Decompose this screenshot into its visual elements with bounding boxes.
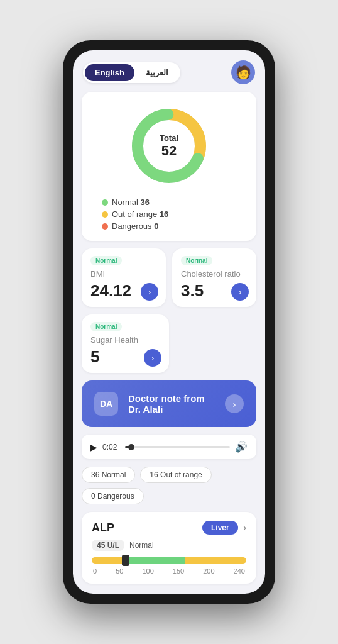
stats-row: Normal BMI 24.12 › Normal Cholesterol ra… [82,248,256,307]
english-button[interactable]: English [85,64,134,81]
progress-dot [128,444,134,450]
bmi-label: BMI [90,269,157,279]
cholesterol-badge: Normal [181,256,212,265]
donut-card: Total 52 Normal 36 Out of range 16 [82,92,256,241]
volume-icon[interactable]: 🔊 [235,441,248,453]
arabic-button[interactable]: العربية [136,64,178,81]
avatar[interactable]: 🧑 [231,60,255,84]
language-row: English العربية 🧑 [82,60,256,84]
donut-chart: Total 52 [125,102,213,190]
chip-out-of-range[interactable]: 16 Out of range [140,467,211,483]
bmi-badge: Normal [90,256,122,265]
filter-chips: 36 Normal 16 Out of range 0 Dangerous [82,467,256,504]
range-indicator [122,555,129,566]
doctor-text: Doctor note from Dr. Alali [128,393,215,414]
audio-time: 0:02 [102,443,120,452]
alp-title: ALP [92,521,114,535]
sugar-badge: Normal [90,322,122,331]
alp-header: ALP Liver › [92,521,246,535]
sugar-arrow-button[interactable]: › [144,349,161,367]
normal-dot [102,199,108,206]
chip-normal[interactable]: 36 Normal [82,467,135,483]
out-of-range-dot [102,211,108,218]
range-0: 0 [93,567,97,575]
range-200: 200 [203,567,214,575]
alp-card: ALP Liver › 45 U/L Normal 0 50 100 [82,512,256,584]
out-of-range-label: Out of range 16 [112,209,168,219]
liver-badge[interactable]: Liver [202,521,238,535]
cholesterol-card: Normal Cholesterol ratio 3.5 › [172,248,256,307]
sugar-label: Sugar Health [90,335,160,345]
legend-out-of-range: Out of range 16 [102,209,168,219]
audio-progress-bar[interactable] [125,446,230,448]
dangerous-dot [102,223,108,230]
doctor-initials: DA [94,392,118,416]
legend-normal: Normal 36 [102,197,168,207]
legend: Normal 36 Out of range 16 Dangerous 0 [92,197,168,231]
audio-player: ▶ 0:02 🔊 [82,435,256,459]
total-value: 52 [160,143,178,159]
alp-sub: 45 U/L Normal [92,540,246,551]
doctor-arrow-icon: › [225,394,244,413]
chip-dangerous[interactable]: 0 Dangerous [82,488,144,504]
alp-status: Normal [129,541,154,550]
alp-right: Liver › [202,521,246,535]
normal-label: Normal 36 [112,197,150,207]
range-50: 50 [116,567,123,575]
legend-dangerous: Dangerous 0 [102,221,168,231]
bmi-card: Normal BMI 24.12 › [82,248,166,307]
range-100: 100 [142,567,153,575]
avatar-emoji: 🧑 [236,65,251,80]
range-240: 240 [234,567,245,575]
doctor-banner[interactable]: DA Doctor note from Dr. Alali › [82,380,256,427]
play-button[interactable]: ▶ [90,442,97,452]
range-labels: 0 50 100 150 200 240 [92,567,246,575]
dangerous-label: Dangerous 0 [112,221,158,231]
language-toggle[interactable]: English العربية [83,62,180,83]
bmi-arrow-button[interactable]: › [141,283,158,301]
range-track [92,557,246,564]
screen-content: English العربية 🧑 [73,50,265,594]
sugar-card: Normal Sugar Health 5 › [82,314,169,373]
phone-screen: English العربية 🧑 [73,50,265,594]
donut-center: Total 52 [160,133,178,159]
alp-value: 45 U/L [92,540,124,551]
phone-shell: English العربية 🧑 [63,40,275,604]
total-label: Total [160,133,178,143]
alp-chevron-icon[interactable]: › [243,522,246,533]
range-150: 150 [173,567,184,575]
cholesterol-arrow-button[interactable]: › [231,283,249,301]
cholesterol-label: Cholesterol ratio [181,269,248,279]
